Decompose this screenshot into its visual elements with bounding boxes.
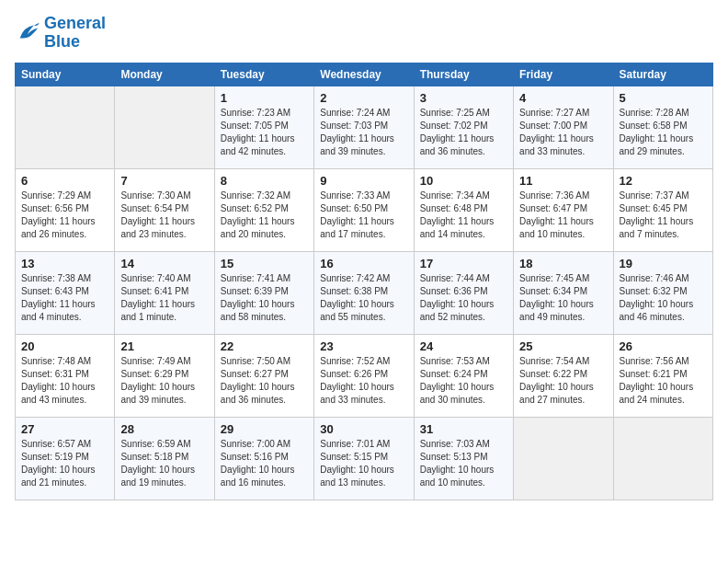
week-row-5: 27Sunrise: 6:57 AMSunset: 5:19 PMDayligh… <box>16 417 713 500</box>
day-info: Sunrise: 7:23 AMSunset: 7:05 PMDaylight:… <box>221 107 308 158</box>
calendar-cell: 18Sunrise: 7:45 AMSunset: 6:34 PMDayligh… <box>514 251 613 334</box>
day-info: Sunrise: 7:44 AMSunset: 6:36 PMDaylight:… <box>420 272 507 324</box>
day-info: Sunrise: 7:56 AMSunset: 6:21 PMDaylight:… <box>620 355 707 407</box>
day-info: Sunrise: 7:24 AMSunset: 7:03 PMDaylight:… <box>320 107 407 158</box>
day-info: Sunrise: 7:50 AMSunset: 6:27 PMDaylight:… <box>221 355 308 407</box>
header-thursday: Thursday <box>414 63 513 86</box>
day-info: Sunrise: 7:00 AMSunset: 5:16 PMDaylight:… <box>221 438 308 489</box>
calendar-cell <box>115 86 214 168</box>
day-number: 29 <box>221 422 308 436</box>
day-number: 1 <box>221 91 308 105</box>
day-number: 16 <box>320 257 407 270</box>
day-number: 20 <box>21 339 108 353</box>
day-number: 6 <box>21 174 108 188</box>
day-number: 25 <box>519 339 607 353</box>
calendar-cell: 27Sunrise: 6:57 AMSunset: 5:19 PMDayligh… <box>16 417 115 500</box>
day-info: Sunrise: 7:40 AMSunset: 6:41 PMDaylight:… <box>120 272 208 324</box>
day-info: Sunrise: 7:36 AMSunset: 6:47 PMDaylight:… <box>519 190 607 241</box>
header-sunday: Sunday <box>16 63 115 86</box>
day-number: 12 <box>620 174 707 188</box>
calendar-cell <box>514 417 613 500</box>
calendar-cell: 4Sunrise: 7:27 AMSunset: 7:00 PMDaylight… <box>514 86 613 168</box>
week-row-1: 1Sunrise: 7:23 AMSunset: 7:05 PMDaylight… <box>16 86 713 168</box>
week-row-2: 6Sunrise: 7:29 AMSunset: 6:56 PMDaylight… <box>16 168 713 251</box>
day-info: Sunrise: 7:03 AMSunset: 5:13 PMDaylight:… <box>420 438 507 489</box>
calendar-cell: 26Sunrise: 7:56 AMSunset: 6:21 PMDayligh… <box>613 334 712 417</box>
weekday-header-row: SundayMondayTuesdayWednesdayThursdayFrid… <box>16 63 713 86</box>
calendar-cell: 13Sunrise: 7:38 AMSunset: 6:43 PMDayligh… <box>16 251 115 334</box>
day-info: Sunrise: 6:59 AMSunset: 5:18 PMDaylight:… <box>120 438 208 489</box>
day-number: 22 <box>221 339 308 353</box>
calendar-cell: 10Sunrise: 7:34 AMSunset: 6:48 PMDayligh… <box>414 168 513 251</box>
calendar-cell: 5Sunrise: 7:28 AMSunset: 6:58 PMDaylight… <box>613 86 712 168</box>
day-number: 9 <box>320 174 407 188</box>
day-number: 15 <box>221 257 308 270</box>
calendar-cell <box>613 417 712 500</box>
day-info: Sunrise: 7:54 AMSunset: 6:22 PMDaylight:… <box>519 355 607 407</box>
day-number: 27 <box>21 422 108 436</box>
page-header: General Blue <box>15 15 713 52</box>
day-info: Sunrise: 7:42 AMSunset: 6:38 PMDaylight:… <box>320 272 407 324</box>
day-info: Sunrise: 7:53 AMSunset: 6:24 PMDaylight:… <box>420 355 507 407</box>
calendar-cell <box>16 86 115 168</box>
day-number: 31 <box>420 422 507 436</box>
header-monday: Monday <box>115 63 214 86</box>
calendar-cell: 11Sunrise: 7:36 AMSunset: 6:47 PMDayligh… <box>514 168 613 251</box>
day-number: 23 <box>320 339 407 353</box>
calendar-cell: 20Sunrise: 7:48 AMSunset: 6:31 PMDayligh… <box>16 334 115 417</box>
calendar-cell: 16Sunrise: 7:42 AMSunset: 6:38 PMDayligh… <box>314 251 414 334</box>
calendar-table: SundayMondayTuesdayWednesdayThursdayFrid… <box>15 63 713 500</box>
day-info: Sunrise: 7:27 AMSunset: 7:00 PMDaylight:… <box>519 107 607 158</box>
logo: General Blue <box>15 15 106 52</box>
calendar-cell: 28Sunrise: 6:59 AMSunset: 5:18 PMDayligh… <box>115 417 214 500</box>
day-info: Sunrise: 7:48 AMSunset: 6:31 PMDaylight:… <box>21 355 108 407</box>
day-info: Sunrise: 7:49 AMSunset: 6:29 PMDaylight:… <box>120 355 208 407</box>
calendar-cell: 6Sunrise: 7:29 AMSunset: 6:56 PMDaylight… <box>16 168 115 251</box>
day-info: Sunrise: 7:52 AMSunset: 6:26 PMDaylight:… <box>320 355 407 407</box>
calendar-cell: 8Sunrise: 7:32 AMSunset: 6:52 PMDaylight… <box>214 168 313 251</box>
day-info: Sunrise: 7:25 AMSunset: 7:02 PMDaylight:… <box>420 107 507 158</box>
day-info: Sunrise: 7:45 AMSunset: 6:34 PMDaylight:… <box>519 272 607 324</box>
day-info: Sunrise: 6:57 AMSunset: 5:19 PMDaylight:… <box>21 438 108 489</box>
day-number: 28 <box>120 422 208 436</box>
day-number: 21 <box>120 339 208 353</box>
day-info: Sunrise: 7:01 AMSunset: 5:15 PMDaylight:… <box>320 438 407 489</box>
day-number: 4 <box>519 91 607 105</box>
day-info: Sunrise: 7:37 AMSunset: 6:45 PMDaylight:… <box>620 190 707 241</box>
calendar-cell: 19Sunrise: 7:46 AMSunset: 6:32 PMDayligh… <box>613 251 712 334</box>
day-number: 2 <box>320 91 407 105</box>
day-number: 14 <box>120 257 208 270</box>
day-info: Sunrise: 7:29 AMSunset: 6:56 PMDaylight:… <box>21 190 108 241</box>
calendar-cell: 23Sunrise: 7:52 AMSunset: 6:26 PMDayligh… <box>314 334 414 417</box>
day-info: Sunrise: 7:32 AMSunset: 6:52 PMDaylight:… <box>221 190 308 241</box>
calendar-cell: 14Sunrise: 7:40 AMSunset: 6:41 PMDayligh… <box>115 251 214 334</box>
calendar-cell: 29Sunrise: 7:00 AMSunset: 5:16 PMDayligh… <box>214 417 313 500</box>
calendar-cell: 1Sunrise: 7:23 AMSunset: 7:05 PMDaylight… <box>214 86 313 168</box>
header-saturday: Saturday <box>613 63 712 86</box>
calendar-cell: 24Sunrise: 7:53 AMSunset: 6:24 PMDayligh… <box>414 334 513 417</box>
calendar-cell: 21Sunrise: 7:49 AMSunset: 6:29 PMDayligh… <box>115 334 214 417</box>
week-row-3: 13Sunrise: 7:38 AMSunset: 6:43 PMDayligh… <box>16 251 713 334</box>
day-number: 10 <box>420 174 507 188</box>
day-info: Sunrise: 7:34 AMSunset: 6:48 PMDaylight:… <box>420 190 507 241</box>
day-info: Sunrise: 7:46 AMSunset: 6:32 PMDaylight:… <box>620 272 707 324</box>
calendar-cell: 2Sunrise: 7:24 AMSunset: 7:03 PMDaylight… <box>314 86 414 168</box>
header-wednesday: Wednesday <box>314 63 414 86</box>
calendar-cell: 3Sunrise: 7:25 AMSunset: 7:02 PMDaylight… <box>414 86 513 168</box>
calendar-cell: 17Sunrise: 7:44 AMSunset: 6:36 PMDayligh… <box>414 251 513 334</box>
day-info: Sunrise: 7:30 AMSunset: 6:54 PMDaylight:… <box>120 190 208 241</box>
day-number: 8 <box>221 174 308 188</box>
day-info: Sunrise: 7:33 AMSunset: 6:50 PMDaylight:… <box>320 190 407 241</box>
day-number: 24 <box>420 339 507 353</box>
calendar-cell: 9Sunrise: 7:33 AMSunset: 6:50 PMDaylight… <box>314 168 414 251</box>
calendar-cell: 15Sunrise: 7:41 AMSunset: 6:39 PMDayligh… <box>214 251 313 334</box>
day-number: 30 <box>320 422 407 436</box>
day-number: 5 <box>620 91 707 105</box>
day-number: 13 <box>21 257 108 270</box>
day-number: 26 <box>620 339 707 353</box>
calendar-cell: 31Sunrise: 7:03 AMSunset: 5:13 PMDayligh… <box>414 417 513 500</box>
calendar-cell: 30Sunrise: 7:01 AMSunset: 5:15 PMDayligh… <box>314 417 414 500</box>
day-number: 3 <box>420 91 507 105</box>
day-number: 17 <box>420 257 507 270</box>
logo-icon <box>15 20 40 46</box>
